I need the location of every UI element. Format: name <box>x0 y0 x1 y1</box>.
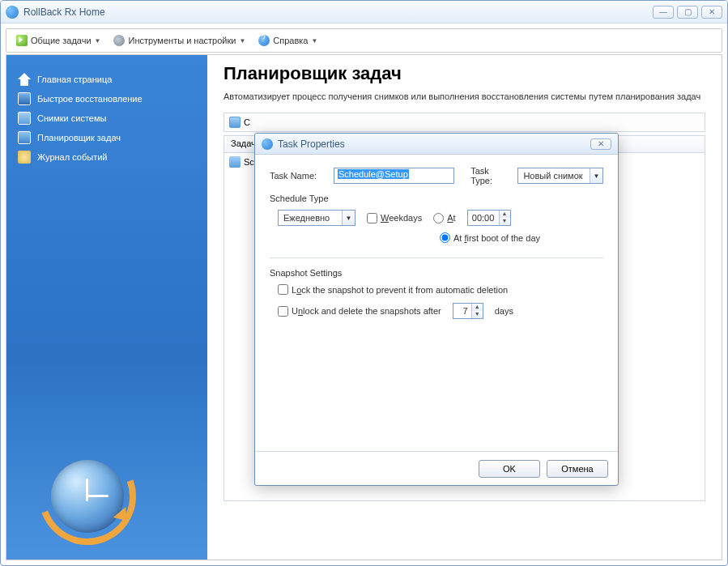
spin-up-icon[interactable]: ▲ <box>500 211 510 218</box>
snapshot-settings-label: Snapshot Settings <box>270 268 603 278</box>
dropdown-icon: ▼ <box>95 37 101 45</box>
spin-down-icon[interactable]: ▼ <box>500 218 510 225</box>
dropdown-icon: ▼ <box>239 37 245 45</box>
sidebar-item-label: Быстрое восстановление <box>37 94 143 104</box>
sidebar: Главная страница Быстрое восстановление … <box>6 55 207 560</box>
toolbar-help-label: Справка <box>273 36 308 45</box>
first-boot-radio[interactable]: At first boot of the day <box>440 232 540 243</box>
days-label: days <box>495 306 513 316</box>
task-row-icon <box>229 156 241 168</box>
sidebar-item-home[interactable]: Главная страница <box>18 70 196 89</box>
days-spinner[interactable]: 7 ▲▼ <box>453 303 483 319</box>
sidebar-item-scheduler[interactable]: Планировщик задач <box>18 128 196 147</box>
lock-snapshot-label: Lock the snapshot to prevent it from aut… <box>292 285 508 295</box>
app-title: RollBack Rx Home <box>23 6 653 18</box>
sidebar-item-label: Планировщик задач <box>37 133 121 143</box>
schedule-type-label: Schedule Type <box>270 194 603 203</box>
sidebar-item-label: Главная страница <box>37 74 112 84</box>
snapshot-icon <box>18 112 31 125</box>
dropdown-icon: ▼ <box>342 211 355 225</box>
ok-button[interactable]: OK <box>479 460 540 478</box>
cancel-button[interactable]: Отмена <box>547 460 608 478</box>
sidebar-item-snapshots[interactable]: Снимки системы <box>18 109 196 128</box>
titlebar: RollBack Rx Home — ▢ ✕ <box>1 1 727 23</box>
log-icon <box>18 151 31 164</box>
task-name-input[interactable]: Schedule@Setup <box>334 168 454 184</box>
product-logo <box>39 448 136 545</box>
dialog-footer: OK Отмена <box>255 451 618 485</box>
time-spinner[interactable]: 00:00 ▲▼ <box>467 210 511 226</box>
task-toolbar: С <box>224 113 705 132</box>
sidebar-item-restore[interactable]: Быстрое восстановление <box>18 89 196 109</box>
task-type-label: Task Type: <box>470 166 511 185</box>
help-icon <box>258 35 270 46</box>
unlock-delete-label: Unlock and delete the snapshots after <box>292 306 441 316</box>
dialog-title: Task Properties <box>278 138 590 150</box>
at-radio[interactable]: At <box>433 213 455 223</box>
toolbar-common-label: Общие задачи <box>31 36 92 45</box>
first-boot-radio-input[interactable] <box>440 232 450 243</box>
dropdown-icon: ▼ <box>311 37 317 45</box>
ok-label: OK <box>503 464 516 474</box>
task-toolbar-icon <box>229 117 241 128</box>
lock-snapshot-input[interactable] <box>278 284 288 295</box>
schedule-type-combo[interactable]: Ежедневно ▼ <box>278 210 355 226</box>
sidebar-item-log[interactable]: Журнал событий <box>18 147 196 167</box>
weekdays-label: Weekdays <box>381 213 422 223</box>
dialog-icon <box>262 138 273 150</box>
weekdays-checkbox-input[interactable] <box>367 213 377 223</box>
task-type-value: Новый снимок <box>518 171 590 181</box>
maximize-button[interactable]: ▢ <box>677 6 698 19</box>
page-title: Планировщик задач <box>224 63 705 84</box>
close-button[interactable]: ✕ <box>701 6 722 19</box>
dialog-body: Task Name: Schedule@Setup Task Type: Нов… <box>255 155 618 451</box>
unlock-delete-input[interactable] <box>278 306 288 317</box>
cancel-label: Отмена <box>561 464 593 474</box>
sidebar-item-label: Журнал событий <box>37 152 107 162</box>
task-name-label: Task Name: <box>270 171 327 181</box>
scheduler-icon <box>18 131 31 144</box>
lock-snapshot-checkbox[interactable]: Lock the snapshot to prevent it from aut… <box>278 284 508 295</box>
toolbar: Общие задачи ▼ Инструменты и настройки ▼… <box>6 28 722 53</box>
unlock-delete-checkbox[interactable]: Unlock and delete the snapshots after <box>278 306 441 317</box>
spin-up-icon[interactable]: ▲ <box>472 304 483 311</box>
time-value: 00:00 <box>468 213 499 223</box>
schedule-combo-value: Ежедневно <box>279 213 342 223</box>
toolbar-tools-label: Инструменты и настройки <box>128 36 236 45</box>
restore-icon <box>18 92 31 105</box>
gear-icon <box>113 35 125 46</box>
task-properties-dialog: Task Properties ✕ Task Name: Schedule@Se… <box>254 133 619 486</box>
home-icon <box>18 73 31 86</box>
days-value: 7 <box>453 306 471 316</box>
task-type-combo[interactable]: Новый снимок ▼ <box>517 168 603 184</box>
task-name-value: Schedule@Setup <box>338 169 409 179</box>
spin-down-icon[interactable]: ▼ <box>472 311 483 318</box>
task-toolbar-label[interactable]: С <box>244 117 250 127</box>
toolbar-common-tasks[interactable]: Общие задачи ▼ <box>13 33 104 48</box>
page-description: Автоматизирует процесс получения снимков… <box>224 91 705 103</box>
toolbar-help[interactable]: Справка ▼ <box>255 33 321 48</box>
at-label: At <box>447 213 455 223</box>
minimize-button[interactable]: — <box>653 6 674 19</box>
play-icon <box>16 35 28 46</box>
toolbar-tools[interactable]: Инструменты и настройки ▼ <box>110 33 249 48</box>
window-controls: — ▢ ✕ <box>653 6 722 19</box>
at-radio-input[interactable] <box>433 213 444 223</box>
first-boot-label: At first boot of the day <box>453 233 540 243</box>
dialog-close-button[interactable]: ✕ <box>590 138 611 150</box>
sidebar-item-label: Снимки системы <box>37 113 106 123</box>
dropdown-icon: ▼ <box>590 168 602 183</box>
separator <box>270 257 603 258</box>
weekdays-checkbox[interactable]: Weekdays <box>367 213 422 223</box>
app-icon <box>6 6 19 19</box>
dialog-titlebar: Task Properties ✕ <box>255 134 618 155</box>
